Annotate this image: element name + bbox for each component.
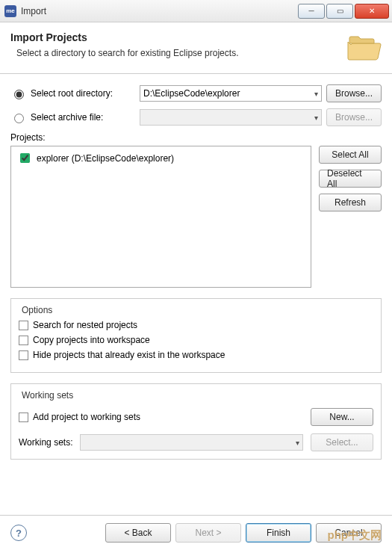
folder-open-icon <box>346 33 382 63</box>
option-hide-row[interactable]: Hide projects that already exist in the … <box>19 350 373 360</box>
option-copy-label: Copy projects into workspace <box>33 335 150 345</box>
select-working-set-button: Select... <box>311 433 373 451</box>
working-sets-fieldset: Working sets Add project to working sets… <box>10 383 382 460</box>
chevron-down-icon: ▾ <box>314 90 318 98</box>
projects-label: Projects: <box>10 132 382 143</box>
working-sets-label: Working sets: <box>19 437 72 448</box>
projects-side-buttons: Select All Deselect All Refresh <box>319 146 382 288</box>
back-button[interactable]: < Back <box>105 523 171 543</box>
window-title: Import <box>21 6 296 16</box>
archive-file-combo: ▾ <box>140 109 322 126</box>
root-directory-combo[interactable]: D:\EclipseCode\explorer ▾ <box>140 85 322 102</box>
project-checkbox[interactable] <box>20 153 30 163</box>
working-sets-combo: ▾ <box>80 434 303 451</box>
maximize-button[interactable]: ▭ <box>326 4 353 19</box>
root-directory-radio[interactable] <box>14 90 24 99</box>
add-to-ws-checkbox[interactable] <box>19 412 28 422</box>
root-directory-value: D:\EclipseCode\explorer <box>143 88 240 99</box>
projects-area: explorer (D:\EclipseCode\explorer) Selec… <box>10 146 382 288</box>
option-nested-label: Search for nested projects <box>33 320 137 330</box>
wizard-footer: ? < Back Next > Finish Cancel <box>0 515 392 550</box>
project-item[interactable]: explorer (D:\EclipseCode\explorer) <box>17 151 305 165</box>
window-controls: ─ ▭ ✕ <box>296 4 389 19</box>
ws-select-row: Working sets: ▾ Select... <box>19 433 373 451</box>
option-nested-row[interactable]: Search for nested projects <box>19 320 373 330</box>
add-to-ws-row: Add project to working sets New... <box>19 408 373 426</box>
option-hide-label: Hide projects that already exist in the … <box>33 350 225 360</box>
options-legend: Options <box>19 305 55 315</box>
help-icon[interactable]: ? <box>10 525 27 541</box>
wizard-content: Select root directory: D:\EclipseCode\ex… <box>0 74 392 460</box>
option-nested-checkbox[interactable] <box>19 321 28 330</box>
archive-file-row: Select archive file: ▾ Browse... <box>10 108 382 126</box>
deselect-all-button[interactable]: Deselect All <box>319 170 382 188</box>
cancel-button[interactable]: Cancel <box>316 523 382 543</box>
options-fieldset: Options Search for nested projects Copy … <box>10 298 382 373</box>
add-to-ws-label: Add project to working sets <box>33 412 140 422</box>
app-icon: me <box>4 5 16 17</box>
chevron-down-icon: ▾ <box>314 114 318 122</box>
close-button[interactable]: ✕ <box>355 4 389 19</box>
option-copy-row[interactable]: Copy projects into workspace <box>19 335 373 345</box>
chevron-down-icon: ▾ <box>296 439 299 447</box>
archive-file-radio[interactable] <box>14 114 24 123</box>
new-working-set-button[interactable]: New... <box>311 408 373 426</box>
next-button: Next > <box>175 523 241 543</box>
option-copy-checkbox[interactable] <box>19 336 28 345</box>
root-directory-row: Select root directory: D:\EclipseCode\ex… <box>10 84 382 102</box>
wizard-banner: Import Projects Select a directory to se… <box>0 22 392 74</box>
option-hide-checkbox[interactable] <box>19 350 28 360</box>
archive-file-label: Select archive file: <box>31 112 135 123</box>
root-directory-label: Select root directory: <box>31 88 135 99</box>
root-browse-button[interactable]: Browse... <box>326 84 382 102</box>
minimize-button[interactable]: ─ <box>298 4 325 19</box>
refresh-button[interactable]: Refresh <box>319 194 382 211</box>
finish-button[interactable]: Finish <box>246 523 311 543</box>
titlebar: me Import ─ ▭ ✕ <box>0 0 392 22</box>
select-all-button[interactable]: Select All <box>319 146 382 164</box>
project-item-label: explorer (D:\EclipseCode\explorer) <box>37 153 174 164</box>
archive-browse-button: Browse... <box>326 108 382 126</box>
projects-list[interactable]: explorer (D:\EclipseCode\explorer) <box>10 146 311 288</box>
banner-subtext: Select a directory to search for existin… <box>16 48 346 58</box>
working-sets-legend: Working sets <box>19 390 76 401</box>
banner-heading: Import Projects <box>10 31 346 43</box>
